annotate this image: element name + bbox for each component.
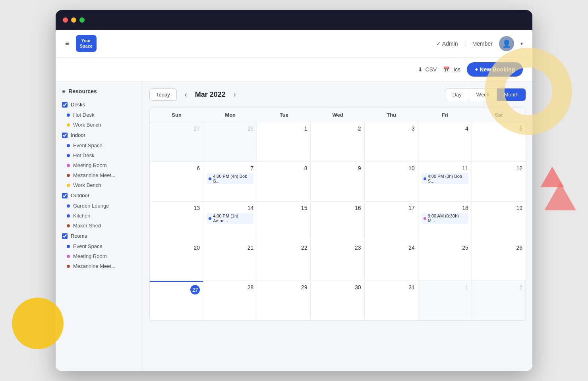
meeting-room-dot-indoor <box>67 164 70 167</box>
cal-cell-1-3[interactable]: 9 <box>311 162 364 202</box>
cal-cell-1-1[interactable]: 74:00 PM (4h) Bob S... <box>203 162 257 202</box>
cal-cell-0-5[interactable]: 4 <box>418 122 472 162</box>
sidebar-item-event-space-indoor[interactable]: Event Space <box>56 140 143 150</box>
cal-cell-3-5[interactable]: 25 <box>418 241 472 281</box>
cal-cell-3-1[interactable]: 21 <box>203 241 257 281</box>
cal-cell-1-4[interactable]: 10 <box>365 162 418 202</box>
cal-cell-2-2[interactable]: 15 <box>257 202 311 241</box>
current-month: Mar 2022 <box>195 90 226 99</box>
csv-button[interactable]: ⬇ CSV <box>418 66 437 73</box>
cal-cell-1-6[interactable]: 12 <box>472 162 526 202</box>
sidebar-item-maker-shed[interactable]: Maker Shed <box>56 221 143 231</box>
today-button[interactable]: Today <box>149 89 177 101</box>
sidebar-item-work-bench-1[interactable]: Work Bench <box>56 120 143 130</box>
cal-cell-4-1[interactable]: 28 <box>203 281 257 321</box>
cal-cell-3-4[interactable]: 24 <box>365 241 418 281</box>
cal-cell-0-6[interactable]: 5 <box>472 122 526 162</box>
cal-cell-3-0[interactable]: 20 <box>150 241 203 281</box>
cal-event-2-1-0[interactable]: 4:00 PM (1h) Aman... <box>207 213 253 224</box>
sidebar-item-garden-lounge[interactable]: Garden Lounge <box>56 201 143 211</box>
chevron-down-icon[interactable]: ▾ <box>520 41 523 46</box>
sidebar-section-indoor[interactable]: Indoor <box>56 130 143 140</box>
cal-date-3-0: 20 <box>153 244 200 251</box>
cal-cell-0-3[interactable]: 2 <box>311 122 364 162</box>
sidebar-section-rooms[interactable]: Rooms <box>56 231 143 241</box>
cal-date-0-6: 5 <box>475 125 522 132</box>
avatar[interactable]: 👤 <box>499 36 514 51</box>
sidebar-item-mezannine-rooms[interactable]: Mezannine Meet... <box>56 261 143 271</box>
cal-date-1-0: 6 <box>153 165 200 171</box>
cal-cell-2-4[interactable]: 17 <box>365 202 418 241</box>
minimize-dot[interactable] <box>71 17 76 23</box>
mezannine-dot-indoor <box>67 174 70 177</box>
cal-event-2-5-0[interactable]: 9:00 AM (0:30h) M... <box>422 213 468 224</box>
cal-date-0-4: 3 <box>368 125 415 132</box>
cal-cell-4-3[interactable]: 30 <box>311 281 364 321</box>
indoor-checkbox[interactable] <box>62 133 68 138</box>
week-view-button[interactable]: Week <box>469 89 497 101</box>
sidebar-item-meeting-room-rooms[interactable]: Meeting Room <box>56 251 143 261</box>
sidebar-item-mezannine-indoor[interactable]: Mezannine Meet... <box>56 170 143 180</box>
cal-event-1-1-0[interactable]: 4:00 PM (4h) Bob S... <box>207 173 253 184</box>
maker-shed-dot <box>67 224 70 227</box>
sidebar-item-event-space-rooms[interactable]: Event Space <box>56 241 143 251</box>
maximize-dot[interactable] <box>79 17 85 23</box>
outdoor-checkbox[interactable] <box>62 193 68 198</box>
cal-cell-3-2[interactable]: 22 <box>257 241 311 281</box>
prev-month-button[interactable]: ‹ <box>182 89 190 100</box>
cal-cell-0-2[interactable]: 1 <box>257 122 311 162</box>
cal-cell-2-5[interactable]: 189:00 AM (0:30h) M... <box>418 202 472 241</box>
cal-date-2-0: 13 <box>153 205 200 211</box>
cal-cell-0-0[interactable]: 27 <box>150 122 203 162</box>
cal-date-3-6: 26 <box>475 244 522 251</box>
cal-event-1-5-0[interactable]: 4:00 PM (3h) Bob S... <box>422 173 468 184</box>
sidebar-item-meeting-room-indoor[interactable]: Meeting Room <box>56 160 143 170</box>
cal-cell-1-2[interactable]: 8 <box>257 162 311 202</box>
sidebar-item-hot-desk-indoor[interactable]: Hot Desk <box>56 150 143 160</box>
sidebar-item-hot-desk-1[interactable]: Hot Desk <box>56 110 143 120</box>
cal-cell-2-0[interactable]: 13 <box>150 202 203 241</box>
event-dot-2-5-0 <box>424 217 426 220</box>
cal-date-4-4: 31 <box>368 284 415 291</box>
cal-cell-2-3[interactable]: 16 <box>311 202 364 241</box>
cal-cell-0-1[interactable]: 28 <box>203 122 257 162</box>
cal-cell-2-1[interactable]: 144:00 PM (1h) Aman... <box>203 202 257 241</box>
ics-button[interactable]: 📅 .ics <box>443 66 460 73</box>
cal-date-2-1: 14 <box>207 205 253 211</box>
sidebar-item-kitchen[interactable]: Kitchen <box>56 211 143 221</box>
sidebar: ≡ Resources Desks Hot Desk Work Bench <box>56 82 143 371</box>
desks-checkbox[interactable] <box>62 102 68 108</box>
hamburger-icon[interactable]: ≡ <box>65 39 70 48</box>
cal-cell-1-5[interactable]: 114:00 PM (3h) Bob S... <box>418 162 472 202</box>
cal-date-1-3: 9 <box>314 165 361 171</box>
event-dot-1-5-0 <box>424 177 426 180</box>
admin-label[interactable]: ✓ Admin <box>436 40 458 47</box>
next-month-button[interactable]: › <box>230 89 239 100</box>
month-view-button[interactable]: Month <box>497 89 526 101</box>
close-dot[interactable] <box>63 17 68 23</box>
cal-cell-3-6[interactable]: 26 <box>472 241 526 281</box>
cal-cell-4-6[interactable]: 2 <box>472 281 526 321</box>
rooms-checkbox[interactable] <box>62 233 68 239</box>
cal-cell-4-2[interactable]: 29 <box>257 281 311 321</box>
cal-cell-0-4[interactable]: 3 <box>365 122 418 162</box>
cal-cell-2-6[interactable]: 19 <box>472 202 526 241</box>
cal-cell-4-4[interactable]: 31 <box>365 281 418 321</box>
cal-date-0-1: 28 <box>207 125 253 132</box>
event-space-dot-rooms <box>67 245 70 248</box>
sidebar-item-work-bench-indoor[interactable]: Work Bench <box>56 180 143 190</box>
cal-date-0-3: 2 <box>314 125 361 132</box>
sidebar-section-desks[interactable]: Desks <box>56 99 143 110</box>
cal-date-1-1: 7 <box>207 165 253 171</box>
cal-cell-3-3[interactable]: 23 <box>311 241 364 281</box>
cal-cell-4-0[interactable]: 27 <box>150 281 203 321</box>
sidebar-section-outdoor[interactable]: Outdoor <box>56 190 143 201</box>
indoor-label: Indoor <box>71 132 85 138</box>
cal-cell-1-0[interactable]: 6 <box>150 162 203 202</box>
cal-cell-4-5[interactable]: 1 <box>418 281 472 321</box>
new-booking-button[interactable]: + New Booking <box>467 62 523 77</box>
day-view-button[interactable]: Day <box>445 89 469 101</box>
member-label[interactable]: Member <box>472 40 493 47</box>
calendar-header: Sun Mon Tue Wed Thu Fri Sat <box>150 108 526 122</box>
event-text-1-5-0: 4:00 PM (3h) Bob S... <box>428 174 466 183</box>
